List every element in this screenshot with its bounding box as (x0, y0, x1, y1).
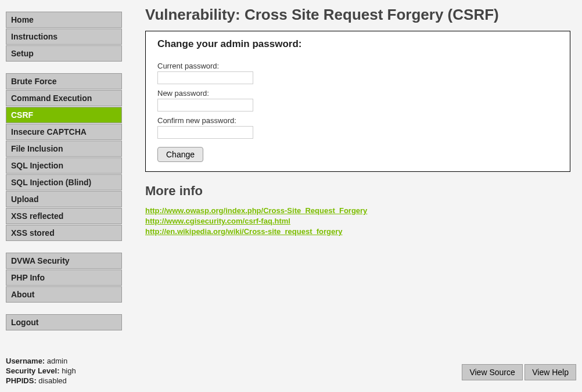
phpids-label: PHPIDS: (6, 376, 37, 385)
info-link[interactable]: http://www.owasp.org/index.php/Cross-Sit… (145, 206, 570, 216)
nav-item-file-inclusion[interactable]: File Inclusion (6, 141, 122, 157)
phpids-value: disabled (38, 376, 66, 385)
nav-item-sql-injection-blind-[interactable]: SQL Injection (Blind) (6, 174, 122, 190)
nav-item-instructions[interactable]: Instructions (6, 28, 122, 45)
nav-item-csrf[interactable]: CSRF (6, 107, 122, 123)
sidebar: HomeInstructionsSetupBrute ForceCommand … (6, 12, 122, 342)
status-footer: Username: admin Security Level: high PHP… (6, 357, 76, 386)
nav-group: Logout (6, 314, 122, 330)
nav-group: DVWA SecurityPHP InfoAbout (6, 253, 122, 303)
change-password-panel: Change your admin password: Current pass… (145, 31, 570, 172)
security-level-label: Security Level: (6, 366, 60, 375)
confirm-password-label: Confirm new password: (157, 116, 558, 125)
page-title: Vulnerability: Cross Site Request Forger… (145, 6, 570, 24)
info-link[interactable]: http://en.wikipedia.org/wiki/Cross-site_… (145, 226, 570, 237)
current-password-input[interactable] (157, 71, 253, 84)
more-info-title: More info (145, 184, 570, 199)
form-title: Change your admin password: (157, 38, 558, 50)
nav-item-setup[interactable]: Setup (6, 45, 122, 62)
nav-group: Brute ForceCommand ExecutionCSRFInsecure… (6, 73, 122, 241)
nav-item-php-info[interactable]: PHP Info (6, 269, 122, 286)
username-value: admin (47, 357, 67, 365)
username-label: Username: (6, 357, 45, 365)
nav-item-brute-force[interactable]: Brute Force (6, 73, 122, 89)
nav-item-dvwa-security[interactable]: DVWA Security (6, 253, 122, 269)
confirm-password-field: Confirm new password: (157, 116, 558, 139)
current-password-label: Current password: (157, 62, 558, 70)
new-password-field: New password: (157, 89, 558, 112)
main-content: Vulnerability: Cross Site Request Forger… (122, 12, 582, 342)
nav-item-sql-injection[interactable]: SQL Injection (6, 157, 122, 174)
nav-group: HomeInstructionsSetup (6, 12, 122, 62)
new-password-input[interactable] (157, 99, 253, 112)
nav-item-logout[interactable]: Logout (6, 314, 122, 330)
current-password-field: Current password: (157, 62, 558, 84)
nav-item-insecure-captcha[interactable]: Insecure CAPTCHA (6, 124, 122, 140)
info-link[interactable]: http://www.cgisecurity.com/csrf-faq.html (145, 216, 570, 226)
view-source-button[interactable]: View Source (462, 364, 522, 380)
nav-item-about[interactable]: About (6, 286, 122, 303)
nav-item-xss-reflected[interactable]: XSS reflected (6, 208, 122, 224)
nav-item-xss-stored[interactable]: XSS stored (6, 225, 122, 241)
info-links: http://www.owasp.org/index.php/Cross-Sit… (145, 206, 570, 238)
nav-item-home[interactable]: Home (6, 12, 122, 28)
change-button[interactable]: Change (157, 147, 203, 162)
nav-item-command-execution[interactable]: Command Execution (6, 90, 122, 106)
view-help-button[interactable]: View Help (524, 364, 576, 380)
action-footer: View Source View Help (462, 364, 576, 380)
security-level-value: high (62, 366, 76, 375)
new-password-label: New password: (157, 89, 558, 98)
confirm-password-input[interactable] (157, 126, 253, 139)
nav-item-upload[interactable]: Upload (6, 191, 122, 207)
